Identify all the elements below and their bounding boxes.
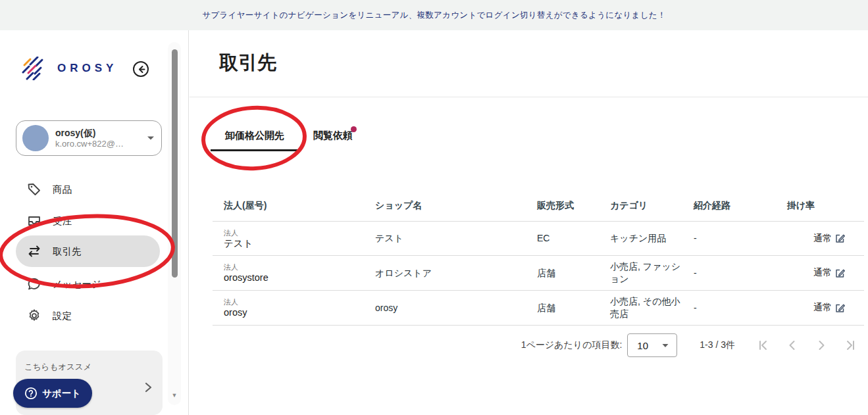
tab-wholesale-price-disclosure[interactable]: 卸価格公開先 [211, 122, 299, 151]
corp-type-label: 法人 [224, 228, 369, 237]
table-row[interactable]: 法人 orosy orosy 店舗 小売店, その他小売店 - 通常 [213, 291, 864, 326]
orosy-logo-icon [22, 57, 49, 80]
announcement-text: サプライヤーサイトのナビゲーションをリニューアル、複数アカウントでログイン切り替… [202, 10, 665, 21]
edit-icon [834, 303, 846, 314]
notification-dot-badge [351, 126, 357, 132]
rate-value: 通常 [813, 233, 832, 245]
tab-view-requests[interactable]: 閲覧依頼 [299, 122, 367, 151]
prev-page-button[interactable] [785, 338, 800, 353]
main-content: 取引先 卸価格公開先 閲覧依頼 法人(屋号) ショップ名 販売形式 カテゴリ 紹… [190, 30, 868, 415]
account-email: k.oro.cw+822@… [55, 139, 145, 149]
corp-name: orosystore [224, 272, 369, 283]
column-header: カテゴリ [610, 200, 694, 212]
swap-horizontal-icon [26, 243, 42, 259]
pagination-bar: 1ページあたりの項目数: 10 1-3 / 3件 [213, 332, 864, 358]
support-label: サポート [42, 387, 81, 400]
shop-name: オロシストア [375, 262, 537, 284]
column-header: 法人(屋号) [213, 200, 375, 212]
account-name: orosy(仮) [55, 128, 145, 139]
sales-format: EC [537, 228, 610, 249]
rate-edit-link[interactable]: 通常 [813, 267, 846, 279]
corp-name: orosy [224, 306, 369, 318]
referral-route: - [694, 262, 776, 284]
rate-edit-link[interactable]: 通常 [813, 233, 846, 245]
per-page-value: 10 [637, 340, 648, 351]
chevron-right-icon [815, 339, 828, 352]
last-page-button[interactable] [843, 338, 857, 353]
table-row[interactable]: 法人 orosystore オロシストア 店舗 小売店, ファッション - 通常 [213, 256, 864, 291]
chat-bubble-icon [26, 276, 42, 292]
help-circle-icon [24, 387, 38, 400]
corp-name: テスト [224, 237, 369, 249]
pagination-controls [756, 338, 864, 353]
sidebar-scrollbar-thumb[interactable] [172, 49, 178, 278]
per-page-label: 1ページあたりの項目数: [521, 339, 623, 351]
next-page-button[interactable] [814, 338, 829, 353]
corp-type-label: 法人 [224, 297, 369, 306]
support-button[interactable]: サポート [13, 379, 92, 408]
arrow-left-icon [137, 65, 145, 74]
sales-format: 店舗 [537, 297, 610, 319]
range-text: 1-3 / 3件 [700, 339, 735, 351]
first-page-icon [757, 339, 770, 352]
avatar [22, 125, 49, 151]
partners-table: 法人(屋号) ショップ名 販売形式 カテゴリ 紹介経路 掛け率 法人 テスト テ… [213, 191, 864, 326]
sidebar-collapse-button[interactable] [133, 61, 149, 77]
edit-icon [834, 268, 846, 279]
account-switcher[interactable]: orosy(仮) k.oro.cw+822@… [16, 120, 162, 156]
corp-type-label: 法人 [224, 262, 369, 272]
gear-icon [26, 308, 42, 324]
rate-value: 通常 [813, 267, 832, 279]
sidebar-item-label: 商品 [53, 183, 72, 196]
account-meta: orosy(仮) k.oro.cw+822@… [55, 128, 145, 149]
table-row[interactable]: 法人 テスト テスト EC キッチン用品 - 通常 [213, 222, 864, 256]
sidebar-item-orders[interactable]: 受注 [16, 209, 160, 233]
app-window: サプライヤーサイトのナビゲーションをリニューアル、複数アカウントでログイン切り替… [0, 0, 868, 415]
category: キッチン用品 [610, 228, 694, 249]
chevron-right-icon[interactable] [145, 382, 152, 393]
referral-route: - [694, 297, 776, 319]
column-header: 紹介経路 [694, 200, 776, 212]
sidebar-item-partners[interactable]: 取引先 [16, 235, 160, 267]
scroll-down-arrow-icon[interactable]: ▼ [168, 391, 181, 400]
chevron-left-icon [786, 339, 799, 352]
column-header: 掛け率 [776, 200, 864, 212]
sidebar-item-products[interactable]: 商品 [16, 178, 160, 201]
tab-bar: 卸価格公開先 閲覧依頼 [211, 122, 367, 151]
table-header-row: 法人(屋号) ショップ名 販売形式 カテゴリ 紹介経路 掛け率 [213, 191, 864, 222]
page-title: 取引先 [219, 50, 276, 76]
edit-icon [834, 233, 846, 244]
sales-format: 店舗 [537, 262, 610, 284]
shop-name: orosy [375, 297, 537, 319]
first-page-button[interactable] [756, 338, 771, 353]
column-header: 販売形式 [537, 200, 610, 212]
logo-wordmark: OROSY [57, 62, 117, 75]
category: 小売店, ファッション [610, 256, 694, 290]
inbox-icon [26, 213, 42, 229]
announcement-banner: サプライヤーサイトのナビゲーションをリニューアル、複数アカウントでログイン切り替… [0, 0, 868, 30]
rate-edit-link[interactable]: 通常 [813, 302, 846, 314]
recommend-label: こちらもオススメ [24, 362, 91, 373]
shop-name: テスト [375, 228, 537, 249]
sidebar-item-label: メッセージ [53, 278, 101, 291]
referral-route: - [694, 228, 776, 249]
category: 小売店, その他小売店 [610, 291, 694, 325]
title-divider [190, 97, 868, 97]
chevron-down-icon [662, 343, 669, 348]
sidebar-item-label: 取引先 [53, 245, 82, 258]
sidebar: OROSY orosy(仮) k.oro.cw+822@… [0, 30, 189, 415]
tag-icon [26, 182, 42, 197]
column-header: ショップ名 [375, 200, 537, 212]
rate-value: 通常 [813, 302, 832, 314]
last-page-icon [844, 339, 857, 352]
per-page-select[interactable]: 10 [627, 333, 677, 357]
sidebar-item-settings[interactable]: 設定 [16, 304, 160, 328]
orosy-logo[interactable]: OROSY [22, 57, 117, 80]
sidebar-item-label: 受注 [53, 215, 72, 228]
sidebar-item-messages[interactable]: メッセージ [16, 272, 160, 296]
sidebar-item-label: 設定 [53, 310, 72, 322]
chevron-down-icon [147, 135, 155, 141]
